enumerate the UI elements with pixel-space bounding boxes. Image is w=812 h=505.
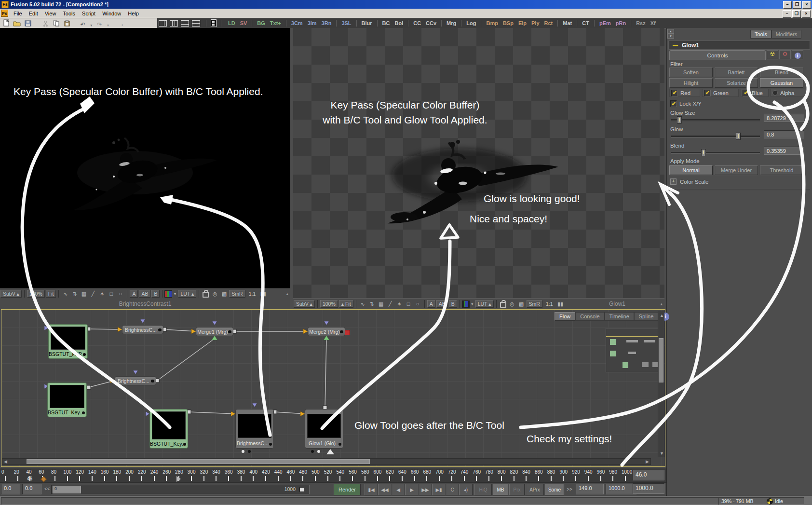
menu-tools[interactable]: Tools (59, 10, 79, 17)
fit-button[interactable]: ▴ Fit (339, 300, 353, 308)
expand-plus-icon[interactable]: + (670, 178, 677, 185)
global-end-field[interactable]: 1000.0 (633, 483, 664, 494)
ellipse-icon[interactable]: ○ (414, 300, 422, 308)
apply-mode-merge-under[interactable]: Merge Under (715, 165, 758, 175)
rectangle-icon[interactable]: □ (107, 290, 115, 298)
render-in-field[interactable]: 149.0 (576, 484, 604, 494)
filter-option-solarize[interactable]: Solarize (715, 78, 758, 88)
fit-button[interactable]: Fit (46, 290, 56, 298)
tool-shortcut-xf[interactable]: Xf (648, 20, 658, 26)
viewer-divider[interactable] (290, 28, 293, 309)
filter-option-bartlett[interactable]: Bartlett (715, 68, 758, 77)
buffer-b-button[interactable]: B (449, 300, 457, 308)
slider-track-glow[interactable] (671, 136, 760, 137)
layout-quad-icon[interactable] (192, 20, 200, 27)
tab-modifiers[interactable]: Modifiers (771, 30, 802, 39)
flow-hscrollbar[interactable]: ◀ ▶ (2, 458, 651, 465)
flow-minimap[interactable] (606, 328, 661, 372)
collapse-arrow-icon[interactable]: ▴ (660, 301, 663, 306)
play-reverse-button[interactable]: ◀ (392, 484, 405, 495)
menu-file[interactable]: File (10, 10, 26, 17)
time-field-2[interactable]: 0.0 (22, 484, 41, 494)
lock-xy-checkbox[interactable]: ✔ Lock X/Y (670, 100, 702, 107)
collapse-arrow-icon[interactable]: ▴ (286, 291, 288, 296)
range-slider-thumb[interactable]: 0 (53, 486, 81, 493)
gradient-icon[interactable]: ▦ (377, 300, 385, 308)
tool-shortcut-ccv[interactable]: CCv (423, 20, 439, 26)
slider-track-blend[interactable] (671, 152, 760, 154)
title-bar[interactable]: Fs Fusion 5.02 build 72 - [Composition2 … (0, 0, 812, 9)
menu-edit[interactable]: Edit (26, 10, 41, 17)
tool-shortcut-ct[interactable]: CT (580, 20, 592, 26)
tool-shortcut-rsz[interactable]: Rsz (634, 20, 648, 26)
controls-tab[interactable]: Controls (669, 50, 766, 60)
viewer-right[interactable] (293, 28, 664, 298)
tool-shortcut-bsp[interactable]: BSp (501, 20, 516, 26)
color-scale-expander[interactable]: + Color Scale (670, 178, 708, 185)
tool-shortcut-rct[interactable]: Rct (542, 20, 555, 26)
maximize-button[interactable]: ❐ (793, 1, 801, 9)
split-bars-icon[interactable]: ▮▮ (259, 290, 267, 298)
flow-node-keyp3[interactable]: BSGTUT_Key... (149, 409, 188, 449)
tool-shortcut-3im[interactable]: 3Im (305, 20, 319, 26)
flipbook-icon[interactable]: ⇅ (368, 300, 376, 308)
time-field-1[interactable]: 0.0 (1, 484, 20, 494)
line-tool-icon[interactable]: ╱ (386, 300, 394, 308)
zoom-level-button[interactable]: 100% (320, 300, 338, 308)
buffer-a-button[interactable]: A (130, 290, 138, 298)
tool-shortcut-bol[interactable]: Bol (392, 20, 406, 26)
channel-checkbox-green[interactable]: ✔Green (702, 89, 739, 97)
menu-window[interactable]: Window (99, 10, 124, 17)
buffer-ab-button[interactable]: AB (436, 300, 448, 308)
paste-icon[interactable] (63, 19, 71, 27)
scroll-down-icon[interactable]: ▼ (660, 450, 664, 456)
save-icon[interactable] (24, 19, 32, 27)
subview-dropdown[interactable]: SubV ▴ (0, 290, 22, 298)
layout-columns-icon[interactable] (170, 20, 178, 27)
slider-track-glow-size[interactable] (671, 119, 760, 121)
tool-shortcut-log[interactable]: Log (464, 20, 478, 26)
slider-handle[interactable] (701, 149, 706, 156)
channel-checkbox-red[interactable]: ✔Red (669, 89, 700, 97)
toggle-some[interactable]: Some (545, 484, 564, 495)
wand-icon[interactable]: ✶ (98, 290, 106, 298)
flipbook-icon[interactable]: ⇅ (70, 290, 79, 298)
loop-button[interactable]: C (446, 484, 459, 495)
close-button[interactable]: × (802, 1, 811, 9)
document-icon[interactable]: Fs (1, 10, 8, 17)
mdi-maximize-button[interactable]: ❐ (792, 10, 801, 18)
checker-icon[interactable]: ▩ (517, 300, 526, 308)
flow-tab-timeline[interactable]: Timeline (605, 312, 634, 321)
tool-shortcut-cc[interactable]: CC (411, 20, 423, 26)
apply-mode-threshold[interactable]: Threshold (760, 165, 803, 175)
flow-node-keyp2[interactable]: BSGTUT_Key... (47, 382, 87, 417)
flow-tab-flow[interactable]: Flow (555, 312, 575, 321)
rectangle-icon[interactable]: □ (405, 300, 413, 308)
flow-node-merge2[interactable]: Merge2 (Mrg) (308, 327, 345, 336)
spline-icon[interactable]: ∿ (359, 300, 367, 308)
layout-single-icon[interactable] (159, 20, 167, 27)
channel-strip-icon[interactable] (462, 300, 470, 308)
filter-option-hilight[interactable]: Hilight (669, 78, 713, 88)
buffer-ab-button[interactable]: AB (139, 290, 150, 298)
filter-option-gaussian[interactable]: Gaussian (760, 78, 803, 88)
lock-icon[interactable] (499, 300, 507, 308)
undo-icon[interactable]: ↶ (79, 21, 87, 28)
playhead-marker[interactable] (41, 476, 47, 482)
flow-vscroll-thumb[interactable] (659, 338, 663, 382)
mdi-close-button[interactable]: × (802, 10, 811, 18)
flow-node-merge1[interactable]: Merge1 (Mrg) (196, 327, 233, 336)
inspector-spinner[interactable]: ▲ ▼ (667, 29, 674, 39)
audio-button[interactable]: ◂) (459, 484, 473, 495)
one-to-one-button[interactable]: 1:1 (543, 300, 555, 308)
range-checkbox[interactable] (299, 487, 304, 492)
lut-button[interactable]: LUT ▴ (475, 300, 494, 308)
goto-start-button[interactable]: ▮◀ (365, 484, 378, 495)
tool-shortcut-prn[interactable]: pRn (613, 20, 628, 26)
slider-handle[interactable] (677, 116, 682, 123)
flow-tab-spline[interactable]: Spline (634, 312, 659, 321)
lock-icon[interactable] (202, 290, 210, 298)
open-comp-icon[interactable] (13, 19, 21, 27)
mdi-minimize-button[interactable]: – (783, 10, 791, 18)
scroll-up-icon[interactable]: ▲ (660, 313, 664, 318)
